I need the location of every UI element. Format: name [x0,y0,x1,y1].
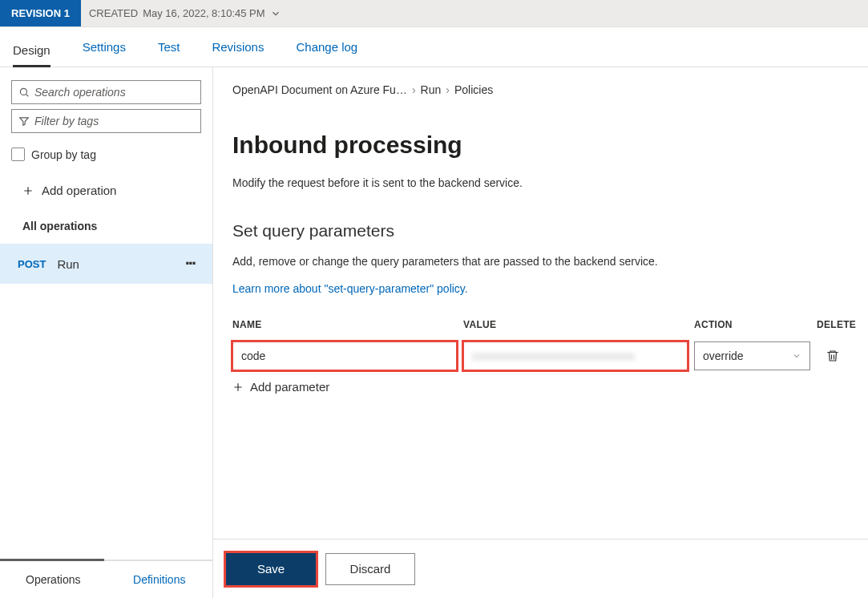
revision-created-date: May 16, 2022, 8:10:45 PM [143,7,264,19]
breadcrumb-sep: › [446,83,450,96]
page-subtitle: Modify the request before it is sent to … [232,176,849,189]
tab-test[interactable]: Test [158,35,180,59]
discard-button[interactable]: Discard [325,553,415,585]
all-operations-header[interactable]: All operations [0,208,212,244]
param-value-input[interactable]: xxxxxxxxxxxxxxxxxxxxxxxxxxxxx [463,341,688,370]
col-delete: DELETE [817,319,849,330]
search-operations-input[interactable]: Search operations [11,80,201,104]
revision-bar: REVISION 1 CREATED May 16, 2022, 8:10:45… [0,0,868,27]
operation-item-run[interactable]: POST Run ··· [0,244,212,284]
operation-menu-icon[interactable]: ··· [185,253,195,274]
tab-design[interactable]: Design [13,38,50,67]
section-desc: Add, remove or change the query paramete… [232,255,849,268]
tab-settings[interactable]: Settings [83,35,126,59]
tab-change-log[interactable]: Change log [296,35,357,59]
search-icon [18,87,30,98]
revision-meta[interactable]: CREATED May 16, 2022, 8:10:45 PM [81,0,289,26]
page-title: Inbound processing [232,131,849,159]
add-operation-button[interactable]: Add operation [0,172,212,208]
param-delete-button[interactable] [817,349,849,363]
search-placeholder: Search operations [34,86,194,99]
group-by-tag-label: Group by tag [31,148,96,161]
tab-revisions[interactable]: Revisions [212,35,264,59]
filter-placeholder: Filter by tags [34,115,194,127]
operations-sidebar: Search operations Filter by tags Group b… [0,67,213,598]
breadcrumb-api[interactable]: OpenAPI Document on Azure Fu… [232,83,407,96]
svg-line-1 [26,94,28,96]
param-action-value: override [703,350,744,362]
param-row: code xxxxxxxxxxxxxxxxxxxxxxxxxxxxx overr… [232,341,849,370]
main-pane: OpenAPI Document on Azure Fu… › Run › Po… [213,67,868,598]
breadcrumb: OpenAPI Document on Azure Fu… › Run › Po… [213,67,868,96]
filter-icon [18,115,30,127]
bottom-tab-operations[interactable]: Operations [0,561,107,598]
add-operation-label: Add operation [42,184,116,197]
group-by-tag-checkbox[interactable] [11,147,25,161]
footer-bar: Save Discard [213,539,868,598]
col-value: VALUE [463,319,688,330]
add-parameter-label: Add parameter [250,380,329,394]
param-value-redacted: xxxxxxxxxxxxxxxxxxxxxxxxxxxxx [472,350,635,362]
section-title: Set query parameters [232,221,849,240]
chevron-down-icon [792,351,801,361]
group-by-tag-row[interactable]: Group by tag [0,143,212,172]
breadcrumb-sep: › [412,83,416,96]
filter-tags-input[interactable]: Filter by tags [11,109,201,133]
revision-badge: REVISION 1 [0,0,81,26]
learn-more-link[interactable]: Learn more about "set-query-parameter" p… [232,282,849,295]
tab-strip: Design Settings Test Revisions Change lo… [0,27,868,67]
plus-icon [22,185,34,196]
query-param-table: NAME VALUE ACTION DELETE code xxxxxxxxxx… [232,313,849,394]
col-name: NAME [232,319,457,330]
param-name-value: code [241,350,265,362]
operation-method: POST [18,258,46,270]
param-action-select[interactable]: override [694,341,810,370]
plus-icon [232,382,244,393]
add-parameter-button[interactable]: Add parameter [232,380,457,394]
operation-name: Run [57,257,173,271]
trash-icon [826,349,840,363]
chevron-down-icon [270,8,281,19]
revision-created-prefix: CREATED [89,7,138,19]
col-action: ACTION [694,319,810,330]
svg-point-0 [20,88,26,95]
save-button[interactable]: Save [226,553,316,585]
breadcrumb-operation[interactable]: Run [421,83,442,96]
param-name-input[interactable]: code [232,341,457,370]
sidebar-bottom-tabs: Operations Definitions [0,560,212,598]
bottom-tab-definitions[interactable]: Definitions [107,561,213,598]
breadcrumb-policies: Policies [454,83,493,96]
